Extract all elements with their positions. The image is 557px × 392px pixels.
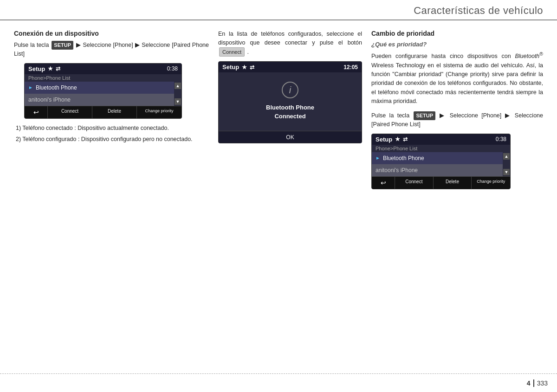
- page-num: 333: [534, 379, 548, 387]
- screen-1-back-btn[interactable]: ↩: [25, 106, 48, 118]
- scroll-up-btn-3[interactable]: ▲: [503, 153, 510, 160]
- note-1: 1) Teléfono conectado : Dispositivo actu…: [16, 123, 209, 133]
- screen-2-body: i Bluetooth Phone Connected: [219, 72, 362, 131]
- info-icon: i: [282, 82, 298, 98]
- screen-1-item-1: ► Bluetooth Phone: [25, 82, 174, 94]
- screen-3-change-btn[interactable]: Change priority: [472, 177, 510, 189]
- screen-1-time: 0:38: [167, 65, 178, 72]
- screen-2: Setup ★ ⇄ 12:05 i Bluetooth Phone Connec…: [218, 61, 362, 143]
- screen-1-item-2: anitooni's iPhone: [25, 94, 174, 106]
- left-instruction: Pulse la tecla SETUP ▶ Seleccione [Phone…: [14, 41, 209, 58]
- que-es-subtitle: ¿Qué es prioridad?: [371, 41, 543, 48]
- notes-section: 1) Teléfono conectado : Dispositivo actu…: [16, 123, 209, 144]
- screen-2-ok-btn[interactable]: OK: [286, 134, 294, 141]
- screen-1-buttons: ↩ Connect Delete Change priority: [25, 106, 181, 118]
- screen-1-connect-btn[interactable]: Connect: [48, 106, 92, 118]
- screen-1-signal-icon: ⇄: [56, 65, 60, 72]
- play-icon-1: ►: [28, 85, 33, 90]
- screen-3-title: Setup: [376, 136, 392, 143]
- screen-3-bt-icon: ★: [395, 136, 400, 142]
- bluetooth-text: Bluetooth: [515, 53, 540, 59]
- page-title: Características de vehículo: [414, 5, 543, 17]
- screen-3-delete-btn[interactable]: Delete: [434, 177, 472, 189]
- scroll-down-btn-1[interactable]: ▼: [175, 98, 181, 105]
- screen-1-breadcrumb: Phone>Phone List: [25, 74, 181, 82]
- scroll-down-btn-3[interactable]: ▼: [503, 169, 510, 175]
- screen-2-time: 12:05: [343, 64, 358, 71]
- setup-badge-left: SETUP: [52, 41, 73, 50]
- right-column: Cambio de prioridad ¿Qué es prioridad? P…: [371, 30, 543, 361]
- screen-3-connect-btn[interactable]: Connect: [395, 177, 434, 189]
- screen-2-msg1: Bluetooth Phone: [266, 104, 314, 111]
- right-paragraph: Pueden configurarse hasta cinco disposit…: [371, 51, 543, 106]
- left-column: Conexión de un dispositivo Pulse la tecl…: [14, 30, 209, 361]
- screen-1-delete-btn[interactable]: Delete: [92, 106, 137, 118]
- screen-3-item-1: ► Bluetooth Phone: [372, 152, 503, 164]
- screen-3-list: ► Bluetooth Phone anitooni's iPhone ▲ ▼: [372, 152, 510, 176]
- screen-3-signal-icon: ⇄: [403, 136, 408, 142]
- screen-3-scrollbar: ▲ ▼: [503, 152, 510, 176]
- screen-2-title: Setup: [222, 64, 239, 71]
- page-header: Características de vehículo: [0, 0, 557, 20]
- chapter-number: 4: [527, 379, 534, 387]
- screen-2-ok-row: OK: [219, 131, 362, 143]
- screen-1-list: ► Bluetooth Phone anitooni's iPhone ▲ ▼ …: [25, 82, 181, 106]
- screen-1-change-btn[interactable]: Change priority: [137, 106, 181, 118]
- middle-column: En la lista de teléfonos configurados, s…: [218, 30, 362, 361]
- right-instruction: Pulse la tecla SETUP ▶ Seleccione [Phone…: [371, 111, 543, 129]
- screen-3-buttons: ↩ Connect Delete Change priority: [372, 176, 510, 189]
- screen-2-msg2: Connected: [274, 113, 305, 120]
- page-number: 4 333: [527, 379, 548, 387]
- screen-1: Setup ★ ⇄ 0:38 Phone>Phone List ► Blueto…: [24, 63, 182, 119]
- connect-badge: Connect: [219, 47, 245, 57]
- screen-3-back-btn[interactable]: ↩: [372, 177, 395, 189]
- screen-1-header: Setup ★ ⇄ 0:38: [25, 64, 181, 74]
- screen-1-bt-icon: ★: [48, 65, 53, 72]
- screen-3-item-2: anitooni's iPhone: [372, 164, 503, 176]
- screen-3-time: 0:38: [496, 136, 506, 142]
- screen-3-header: Setup ★ ⇄ 0:38: [372, 134, 510, 145]
- scroll-up-btn-1[interactable]: ▲: [175, 83, 181, 89]
- right-section-title: Cambio de prioridad: [371, 30, 543, 37]
- screen-2-header: Setup ★ ⇄ 12:05: [219, 62, 362, 72]
- setup-badge-right: SETUP: [414, 111, 435, 120]
- screen-3-breadcrumb: Phone>Phone List: [372, 145, 510, 152]
- note-2: 2) Teléfono configurado : Dispositivo co…: [16, 135, 209, 144]
- screen-3: Setup ★ ⇄ 0:38 Phone>Phone List ► Blueto…: [371, 134, 511, 189]
- screen-1-scrollbar: ▲ ▼: [174, 82, 181, 106]
- middle-instruction: En la lista de teléfonos configurados, s…: [218, 30, 362, 57]
- screen-2-signal-icon: ⇄: [250, 64, 254, 71]
- main-content: Conexión de un dispositivo Pulse la tecl…: [0, 20, 557, 366]
- left-section-title: Conexión de un dispositivo: [14, 30, 209, 37]
- screen-2-bt-icon: ★: [242, 64, 247, 71]
- page-footer: 4 333: [0, 373, 557, 392]
- play-icon-3: ►: [376, 155, 380, 161]
- screen-1-title: Setup: [28, 65, 45, 72]
